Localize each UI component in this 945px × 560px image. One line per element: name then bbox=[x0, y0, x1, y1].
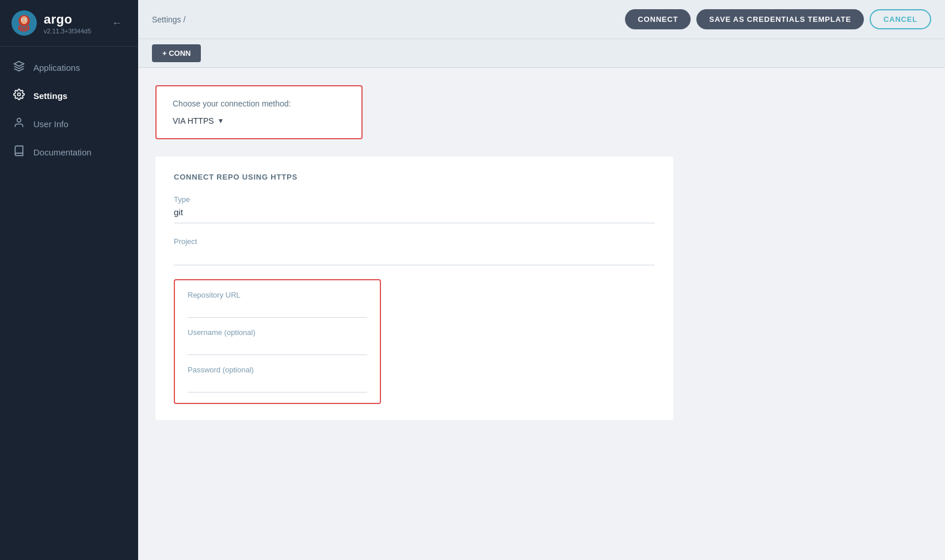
logo-text: argo v2.11.3+3f344d5 bbox=[44, 12, 91, 35]
project-label: Project bbox=[174, 237, 655, 246]
app-version: v2.11.3+3f344d5 bbox=[44, 28, 91, 35]
sidebar-item-user-info[interactable]: User Info bbox=[0, 110, 138, 138]
connect-button[interactable]: CONNECT bbox=[625, 9, 691, 29]
connection-method-label: Choose your connection method: bbox=[173, 99, 345, 108]
svg-point-4 bbox=[22, 19, 24, 20]
sidebar-divider bbox=[0, 46, 138, 47]
secondary-bar: + CONN bbox=[138, 39, 945, 68]
type-value: git bbox=[174, 207, 655, 223]
password-input[interactable] bbox=[188, 378, 367, 393]
svg-point-5 bbox=[26, 19, 27, 20]
username-input[interactable] bbox=[188, 340, 367, 355]
add-connection-button[interactable]: + CONN bbox=[152, 44, 201, 62]
sidebar-item-applications[interactable]: Applications bbox=[0, 54, 138, 82]
password-field: Password (optional) bbox=[188, 365, 367, 393]
sidebar-item-applications-label: Applications bbox=[33, 63, 80, 73]
book-icon bbox=[13, 145, 25, 159]
user-icon bbox=[13, 117, 25, 131]
connection-method-box: Choose your connection method: VIA HTTPS… bbox=[155, 85, 363, 139]
sidebar-item-user-info-label: User Info bbox=[33, 119, 68, 129]
argo-logo-icon bbox=[14, 13, 35, 33]
sidebar: argo v2.11.3+3f344d5 ← Applications bbox=[0, 0, 138, 560]
sidebar-item-documentation-label: Documentation bbox=[33, 147, 92, 157]
svg-point-8 bbox=[17, 119, 21, 123]
layers-icon bbox=[13, 60, 25, 75]
username-field: Username (optional) bbox=[188, 328, 367, 355]
content-area: Choose your connection method: VIA HTTPS… bbox=[138, 68, 945, 560]
password-label: Password (optional) bbox=[188, 365, 367, 374]
save-credentials-template-button[interactable]: SAVE AS CREDENTIALS TEMPLATE bbox=[696, 9, 864, 29]
sidebar-nav: Applications Settings User Info bbox=[0, 49, 138, 171]
gear-icon bbox=[13, 89, 25, 103]
username-label: Username (optional) bbox=[188, 328, 367, 337]
main-area: Settings / CONNECT SAVE AS CREDENTIALS T… bbox=[138, 0, 945, 560]
connection-method-select[interactable]: VIA HTTPS ▼ bbox=[173, 116, 345, 125]
back-button[interactable]: ← bbox=[107, 15, 127, 32]
type-field: Type git bbox=[174, 195, 655, 223]
topbar: Settings / CONNECT SAVE AS CREDENTIALS T… bbox=[138, 0, 945, 39]
sidebar-logo: argo v2.11.3+3f344d5 ← bbox=[0, 0, 138, 44]
connection-method-value: VIA HTTPS bbox=[173, 116, 214, 125]
repo-url-label: Repository URL bbox=[188, 291, 367, 299]
repo-url-field: Repository URL bbox=[188, 291, 367, 318]
svg-marker-6 bbox=[14, 62, 24, 66]
cancel-button[interactable]: CANCEL bbox=[870, 9, 931, 29]
type-label: Type bbox=[174, 195, 655, 204]
breadcrumb: Settings / bbox=[152, 15, 185, 24]
sidebar-item-settings-label: Settings bbox=[33, 91, 67, 101]
form-section: CONNECT REPO USING HTTPS Type git Projec… bbox=[155, 157, 673, 420]
repo-url-input[interactable] bbox=[188, 303, 367, 318]
chevron-down-icon: ▼ bbox=[218, 117, 224, 125]
app-name: argo bbox=[44, 12, 91, 27]
project-value bbox=[174, 249, 655, 265]
topbar-actions: CONNECT SAVE AS CREDENTIALS TEMPLATE CAN… bbox=[625, 9, 931, 29]
sidebar-item-documentation[interactable]: Documentation bbox=[0, 138, 138, 166]
highlighted-fields-box: Repository URL Username (optional) Passw… bbox=[174, 279, 381, 404]
form-section-title: CONNECT REPO USING HTTPS bbox=[174, 173, 655, 181]
project-field: Project bbox=[174, 237, 655, 265]
logo-avatar bbox=[12, 10, 37, 36]
svg-point-7 bbox=[18, 93, 21, 96]
sidebar-item-settings[interactable]: Settings bbox=[0, 82, 138, 110]
